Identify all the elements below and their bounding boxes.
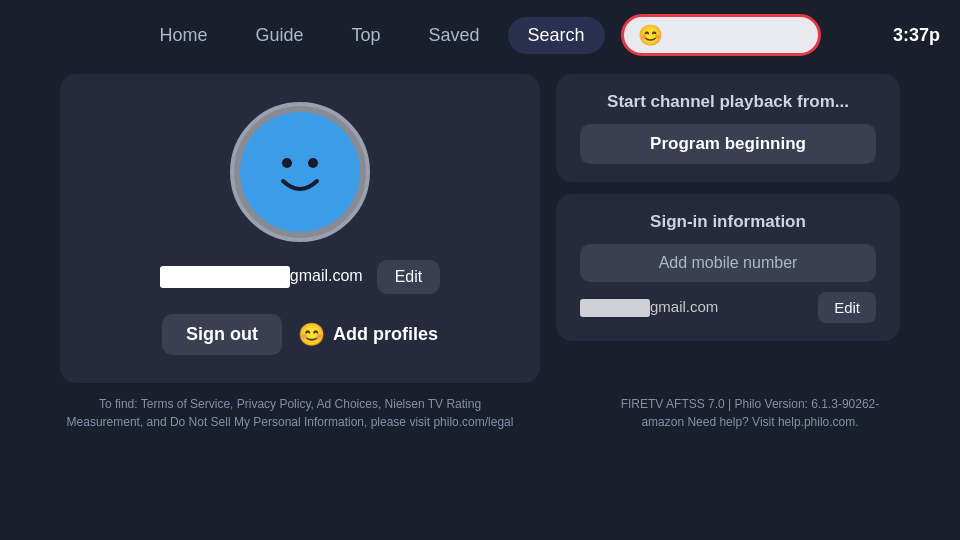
channel-card-title: Start channel playback from... xyxy=(580,92,876,112)
add-profiles-icon: 😊 xyxy=(298,322,325,348)
avatar xyxy=(230,102,370,242)
add-profiles-label: Add profiles xyxy=(333,324,438,345)
signin-email-row: gmail.com Edit xyxy=(580,292,876,323)
signin-card: Sign-in information Add mobile number gm… xyxy=(556,194,900,341)
right-panel: Start channel playback from... Program b… xyxy=(556,74,900,383)
signin-email-redacted xyxy=(580,299,650,317)
search-bar[interactable]: 😊 xyxy=(621,14,821,56)
nav-saved[interactable]: Saved xyxy=(409,17,500,54)
footer: To find: Terms of Service, Privacy Polic… xyxy=(0,383,960,431)
signin-card-title: Sign-in information xyxy=(580,212,876,232)
left-panel: gmail.com Edit Sign out 😊 Add profiles xyxy=(60,74,540,383)
email-row: gmail.com Edit xyxy=(160,260,440,294)
top-nav: Home Guide Top Saved Search 😊 3:37p xyxy=(0,0,960,70)
nav-guide[interactable]: Guide xyxy=(235,17,323,54)
svg-point-0 xyxy=(255,127,345,217)
footer-left: To find: Terms of Service, Privacy Polic… xyxy=(60,395,520,431)
nav-top[interactable]: Top xyxy=(331,17,400,54)
avatar-face xyxy=(240,112,360,232)
email-display: gmail.com xyxy=(160,266,363,288)
search-input[interactable] xyxy=(669,26,809,44)
program-beginning-button[interactable]: Program beginning xyxy=(580,124,876,164)
email-edit-button[interactable]: Edit xyxy=(377,260,441,294)
email-suffix: gmail.com xyxy=(290,267,363,284)
email-redacted-block xyxy=(160,266,290,288)
add-profiles-button[interactable]: 😊 Add profiles xyxy=(298,322,438,348)
signin-edit-button[interactable]: Edit xyxy=(818,292,876,323)
svg-point-1 xyxy=(282,158,292,168)
nav-home[interactable]: Home xyxy=(139,17,227,54)
channel-card: Start channel playback from... Program b… xyxy=(556,74,900,182)
time-display: 3:37p xyxy=(893,25,940,46)
svg-point-2 xyxy=(308,158,318,168)
add-mobile-button[interactable]: Add mobile number xyxy=(580,244,876,282)
main-content: gmail.com Edit Sign out 😊 Add profiles S… xyxy=(0,74,960,383)
nav-search[interactable]: Search xyxy=(508,17,605,54)
footer-right: FIRETV AFTSS 7.0 | Philo Version: 6.1.3-… xyxy=(600,395,900,431)
action-row: Sign out 😊 Add profiles xyxy=(162,314,438,355)
sign-out-button[interactable]: Sign out xyxy=(162,314,282,355)
smiley-face-icon xyxy=(255,127,345,217)
signin-email-text: gmail.com xyxy=(580,298,808,317)
smiley-icon: 😊 xyxy=(638,23,663,47)
signin-email-suffix: gmail.com xyxy=(650,298,718,315)
